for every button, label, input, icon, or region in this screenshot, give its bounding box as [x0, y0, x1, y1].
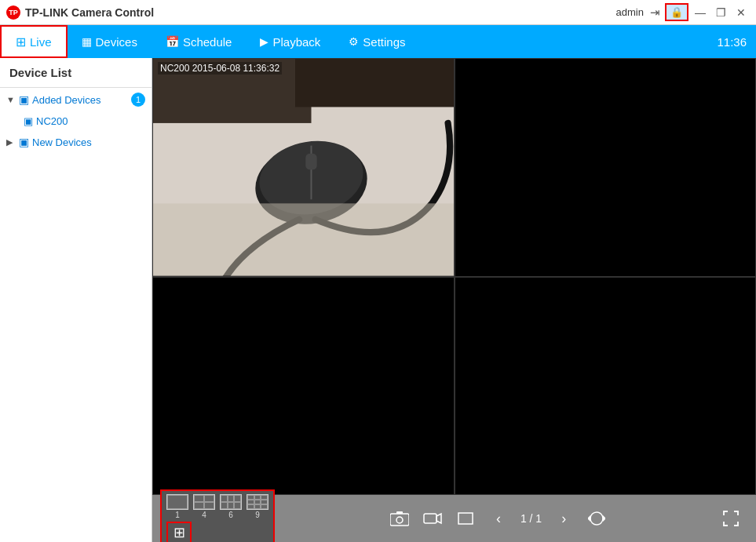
minimize-button[interactable]: — — [692, 4, 709, 21]
video-timestamp-0: NC200 2015-06-08 11:36:32 — [158, 62, 282, 75]
page-info: 1 / 1 — [517, 512, 545, 525]
chevron-left-icon: ‹ — [496, 511, 501, 527]
settings-icon: ⚙ — [349, 35, 359, 48]
layout-4-label: 4 — [202, 511, 206, 519]
svg-rect-2 — [295, 59, 453, 107]
nav-devices-label: Devices — [96, 35, 137, 49]
login-icon[interactable]: ⇥ — [650, 5, 660, 20]
layout-9-icon — [247, 494, 268, 510]
sync-button[interactable] — [583, 504, 611, 533]
title-bar: TP TP-LINK Camera Control admin ⇥ 🔒 — ❐ … — [0, 0, 756, 25]
app-title: TP-LINK Camera Control — [25, 6, 154, 19]
next-page-button[interactable]: › — [550, 504, 578, 533]
layout-9-label: 9 — [255, 511, 260, 519]
nav-settings-label: Settings — [363, 35, 405, 49]
grid-toggle-icon: ⊞ — [173, 524, 185, 541]
expand-icon: ▼ — [6, 95, 16, 104]
svg-marker-15 — [588, 515, 590, 522]
video-wrapper: NC200 2015-06-08 11:36:32 — [152, 58, 756, 542]
title-bar-left: TP TP-LINK Camera Control — [6, 5, 154, 20]
sidebar-nc200-item[interactable]: ▣ NC200 — [0, 111, 152, 131]
layout-6-option[interactable]: 6 — [220, 494, 242, 519]
svg-rect-6 — [305, 154, 316, 169]
playback-icon: ▶ — [260, 35, 268, 48]
sidebar-added-devices-section: ▼ ▣ Added Devices 1 ▣ NC200 — [0, 88, 152, 131]
sidebar: Device List ▼ ▣ Added Devices 1 ▣ NC200 … — [0, 58, 152, 542]
svg-point-9 — [396, 517, 403, 523]
close-button[interactable]: ✕ — [732, 4, 750, 21]
sidebar-title: Device List — [0, 58, 152, 88]
live-grid-icon: ⊞ — [16, 35, 26, 49]
nav-schedule-label: Schedule — [183, 35, 232, 49]
nav-devices[interactable]: ▦ Devices — [68, 25, 152, 58]
sidebar-new-devices-section: ▶ ▣ New Devices — [0, 131, 152, 153]
cell-fullscreen-button[interactable] — [451, 504, 480, 533]
nav-settings[interactable]: ⚙ Settings — [334, 25, 419, 58]
svg-rect-13 — [458, 513, 473, 524]
nc200-label: NC200 — [36, 115, 68, 127]
nc200-device-icon: ▣ — [24, 115, 33, 127]
sidebar-new-devices-group[interactable]: ▶ ▣ New Devices — [0, 131, 152, 153]
record-icon — [423, 511, 442, 526]
video-grid: NC200 2015-06-08 11:36:32 — [152, 58, 756, 495]
svg-rect-7 — [153, 203, 454, 275]
layout-4-option[interactable]: 4 — [193, 494, 215, 519]
nav-playback[interactable]: ▶ Playback — [246, 25, 334, 58]
devices-icon: ▦ — [82, 35, 92, 48]
video-cell-0[interactable]: NC200 2015-06-08 11:36:32 — [152, 58, 455, 277]
schedule-icon: 📅 — [166, 35, 179, 48]
svg-rect-11 — [424, 514, 436, 523]
main-area: Device List ▼ ▣ Added Devices 1 ▣ NC200 … — [0, 58, 756, 542]
layout-options-row: 1 4 6 — [166, 494, 268, 519]
restore-button[interactable]: ❐ — [712, 4, 729, 21]
video-cell-1[interactable] — [455, 58, 757, 277]
added-devices-label: Added Devices — [32, 94, 128, 106]
layout-1-label: 1 — [175, 511, 180, 519]
nav-bar: ⊞ Live ▦ Devices 📅 Schedule ▶ Playback ⚙… — [0, 25, 756, 58]
camera-icon — [390, 511, 409, 526]
fullscreen-button[interactable] — [717, 504, 745, 533]
camera-feed-0 — [153, 59, 454, 276]
cell-full-icon — [457, 511, 474, 526]
nav-schedule[interactable]: 📅 Schedule — [152, 25, 247, 58]
expand-icon-new: ▶ — [6, 137, 16, 147]
layout-1-icon — [166, 494, 188, 510]
sync-icon — [588, 511, 605, 526]
chevron-right-icon: › — [561, 511, 566, 527]
new-devices-label: New Devices — [32, 136, 145, 148]
layout-9-option[interactable]: 9 — [247, 494, 268, 519]
user-label: admin — [616, 6, 644, 18]
svg-rect-10 — [396, 511, 403, 514]
layout-6-icon — [220, 494, 242, 510]
fullscreen-icon — [723, 511, 739, 526]
layout-6-label: 6 — [228, 511, 233, 519]
title-bar-right: admin ⇥ 🔒 — ❐ ✕ — [616, 3, 750, 21]
bottom-bar: 1 4 6 — [152, 495, 756, 542]
layout-grid-button[interactable]: ⊞ — [166, 522, 192, 543]
video-cell-3[interactable] — [455, 277, 757, 496]
nav-time: 11:36 — [717, 35, 756, 49]
layout-1-option[interactable]: 1 — [166, 494, 188, 519]
app-logo: TP — [6, 5, 20, 20]
device-group-icon: ▣ — [19, 93, 29, 106]
prev-page-button[interactable]: ‹ — [484, 504, 513, 533]
nav-live[interactable]: ⊞ Live — [0, 25, 68, 58]
svg-marker-14 — [603, 515, 605, 522]
nav-playback-label: Playback — [272, 35, 320, 49]
layout-4-icon — [193, 494, 215, 510]
new-device-group-icon: ▣ — [19, 136, 29, 148]
nav-live-label: Live — [30, 35, 52, 49]
record-button[interactable] — [418, 504, 447, 533]
svg-marker-12 — [436, 514, 441, 523]
video-cell-2[interactable] — [152, 277, 455, 496]
lock-button[interactable]: 🔒 — [665, 3, 688, 21]
added-devices-badge: 1 — [131, 93, 145, 107]
capture-button[interactable] — [385, 504, 414, 533]
layout-panel: 1 4 6 — [160, 489, 275, 543]
sidebar-added-devices-group[interactable]: ▼ ▣ Added Devices 1 — [0, 88, 152, 111]
